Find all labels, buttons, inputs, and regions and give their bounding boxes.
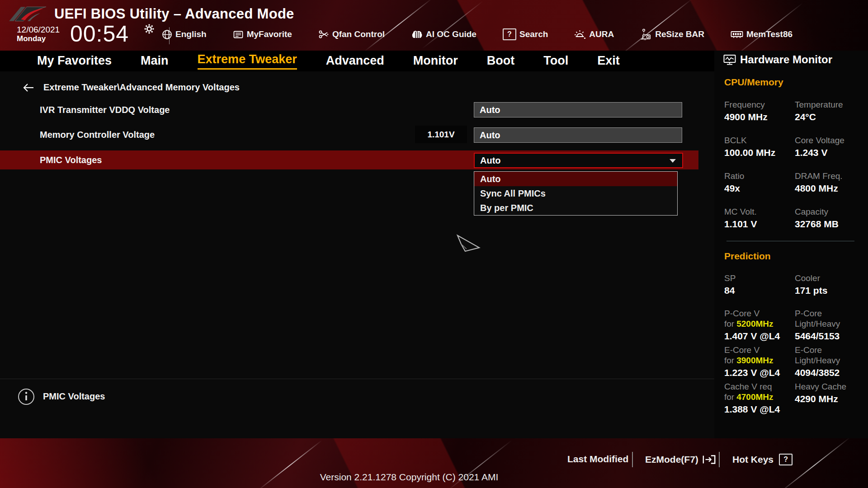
setting-current-mc-voltage: 1.101V [415, 126, 467, 143]
monitor-cell-mc-volt: MC Volt. 1.101 V [724, 206, 795, 230]
prediction-heading: Prediction [724, 251, 771, 262]
toolbar-item-label: MyFavorite [247, 29, 292, 39]
monitor-cell-sp: SP 84 [724, 273, 795, 296]
search-icon: ? [503, 28, 516, 40]
last-modified-button[interactable]: Last Modified [567, 454, 628, 465]
pmic-voltages-dropdown: Auto Sync All PMICs By per PMIC [474, 171, 678, 216]
sidebar-divider [726, 241, 854, 241]
toolbar-item-language[interactable]: English [162, 29, 207, 40]
version-text: Version 2.21.1278 Copyright (C) 2021 AMI [0, 472, 818, 483]
breadcrumb: Extreme Tweaker\Advanced Memory Voltages [23, 82, 240, 93]
toolbar-item-label: Qfan Control [332, 29, 385, 39]
ezmode-label: EzMode(F7) [645, 454, 698, 465]
toolbar-item-label: English [175, 29, 207, 39]
main-panel: My Favorites Main Extreme Tweaker Advanc… [0, 51, 715, 438]
setting-label-mc-voltage: Memory Controller Voltage [40, 127, 155, 143]
monitor-cell-bclk: BCLK 100.00 MHz [724, 135, 795, 159]
footer-banner: Last Modified EzMode(F7) Hot Keys ? Vers… [0, 438, 868, 488]
last-modified-label: Last Modified [567, 454, 628, 465]
combo-selected-value: Auto [480, 155, 501, 165]
tab-main[interactable]: Main [141, 54, 169, 69]
aura-icon [574, 29, 586, 40]
back-arrow-icon[interactable] [23, 83, 34, 92]
dropdown-option-sync-all[interactable]: Sync All PMICs [474, 186, 677, 201]
toolbar-item-label: Search [519, 29, 548, 39]
hot-keys-button[interactable]: Hot Keys ? [732, 454, 793, 465]
monitor-cell-capacity: Capacity 32768 MB [795, 206, 858, 230]
prediction-grid: P-Core V for5200MHz 1.407 V @L4 P-Core L… [724, 308, 858, 415]
chevron-down-icon [670, 159, 676, 163]
toolbar-item-label: AURA [589, 29, 614, 39]
monitor-cell-ecore-lh: E-Core Light/Heavy 4094/3852 [795, 345, 858, 379]
toolbar-item-ai-oc[interactable]: AI OC Guide [411, 29, 476, 39]
hot-keys-label: Hot Keys [732, 454, 774, 465]
monitor-cell-temperature: Temperature 24°C [795, 99, 858, 123]
date-display: 12/06/2021 Monday [17, 25, 60, 43]
ezmode-enter-icon [702, 454, 717, 465]
breadcrumb-path: Extreme Tweaker\Advanced Memory Voltages [43, 82, 240, 93]
toolbar-item-memtest[interactable]: MemTest86 [731, 29, 793, 39]
description-text: PMIC Voltages [43, 391, 105, 402]
hardware-monitor-title: Hardware Monitor [723, 53, 832, 66]
cpu-memory-heading: CPU/Memory [724, 77, 783, 88]
info-icon [17, 388, 35, 406]
setting-label-pmic: PMIC Voltages [40, 150, 102, 169]
dropdown-option-by-per-pmic[interactable]: By per PMIC [474, 201, 677, 215]
toolbar-item-qfan[interactable]: Qfan Control [318, 29, 385, 39]
toolbar-item-resize-bar[interactable]: ReSize BAR [640, 28, 704, 41]
toolbar-item-label: ReSize BAR [655, 29, 704, 39]
gear-icon[interactable] [144, 23, 155, 34]
uefi-bios-screen: { "colors": { "accent_orange": "#ffb300"… [0, 0, 868, 488]
dropdown-option-auto[interactable]: Auto [474, 172, 677, 186]
monitor-cell-cooler: Cooler 171 pts [795, 273, 858, 296]
monitor-cell-ecore-v: E-Core V for3900MHz 1.223 V @L4 [724, 345, 795, 379]
header-banner: UEFI BIOS Utility – Advanced Mode 12/06/… [0, 0, 868, 51]
setting-label-ivr-vddq: IVR Transmitter VDDQ Voltage [40, 102, 170, 117]
resize-bar-icon [640, 28, 652, 41]
rog-logo [8, 2, 47, 25]
monitor-cell-pcore-v: P-Core V for5200MHz 1.407 V @L4 [724, 308, 795, 342]
ezmode-button[interactable]: EzMode(F7) [645, 454, 717, 465]
myfavorite-icon [233, 30, 244, 39]
monitor-cell-frequency: Frequency 4900 MHz [724, 99, 795, 123]
qfan-icon [318, 29, 329, 39]
pmic-voltages-combobox[interactable]: Auto [474, 153, 683, 168]
time-display: 00:54 [70, 22, 129, 46]
cpu-memory-grid: Frequency 4900 MHz Temperature 24°C BCLK… [724, 99, 858, 230]
hardware-monitor-label: Hardware Monitor [740, 53, 832, 66]
tab-tool[interactable]: Tool [543, 54, 568, 69]
tab-boot[interactable]: Boot [487, 54, 514, 69]
setting-value-ivr-vddq[interactable]: Auto [474, 102, 682, 117]
monitor-cell-dram-freq: DRAM Freq. 4800 MHz [795, 171, 858, 194]
header-toolbar: English MyFavorite [162, 25, 793, 43]
toolbar-item-search[interactable]: ? Search [503, 28, 548, 40]
monitor-cell-cache-v: Cache V req for4700MHz 1.388 V @L4 [724, 381, 795, 415]
memtest86-icon [731, 30, 743, 39]
day-value: Monday [17, 34, 60, 43]
toolbar-item-label: MemTest86 [746, 29, 793, 39]
ai-oc-guide-icon [411, 29, 423, 39]
toolbar-item-myfavorite[interactable]: MyFavorite [233, 29, 292, 39]
tab-advanced[interactable]: Advanced [326, 54, 384, 69]
footer-divider [632, 452, 633, 467]
globe-icon [162, 29, 172, 40]
question-mark-icon: ? [779, 454, 793, 465]
date-value: 12/06/2021 [17, 25, 60, 34]
hardware-monitor-panel: Hardware Monitor CPU/Memory Frequency 49… [714, 51, 868, 438]
monitor-cell-ratio: Ratio 49x [724, 171, 795, 194]
tab-exit[interactable]: Exit [597, 54, 620, 69]
page-title: UEFI BIOS Utility – Advanced Mode [54, 6, 294, 22]
description-panel: PMIC Voltages [0, 379, 714, 439]
monitor-cell-heavy-cache: Heavy Cache 4290 MHz [795, 381, 858, 415]
toolbar-item-aura[interactable]: AURA [574, 29, 614, 40]
prediction-grid-top: SP 84 Cooler 171 pts [724, 273, 858, 296]
monitor-icon [723, 54, 736, 66]
menu-tabbar: My Favorites Main Extreme Tweaker Advanc… [0, 51, 714, 71]
tab-extreme-tweaker[interactable]: Extreme Tweaker [198, 52, 297, 70]
monitor-cell-pcore-lh: P-Core Light/Heavy 5464/5153 [795, 308, 858, 342]
setting-value-mc-voltage[interactable]: Auto [474, 127, 682, 143]
tab-my-favorites[interactable]: My Favorites [37, 54, 112, 69]
monitor-cell-core-voltage: Core Voltage 1.243 V [795, 135, 858, 159]
toolbar-item-label: AI OC Guide [426, 29, 476, 39]
tab-monitor[interactable]: Monitor [413, 54, 458, 69]
